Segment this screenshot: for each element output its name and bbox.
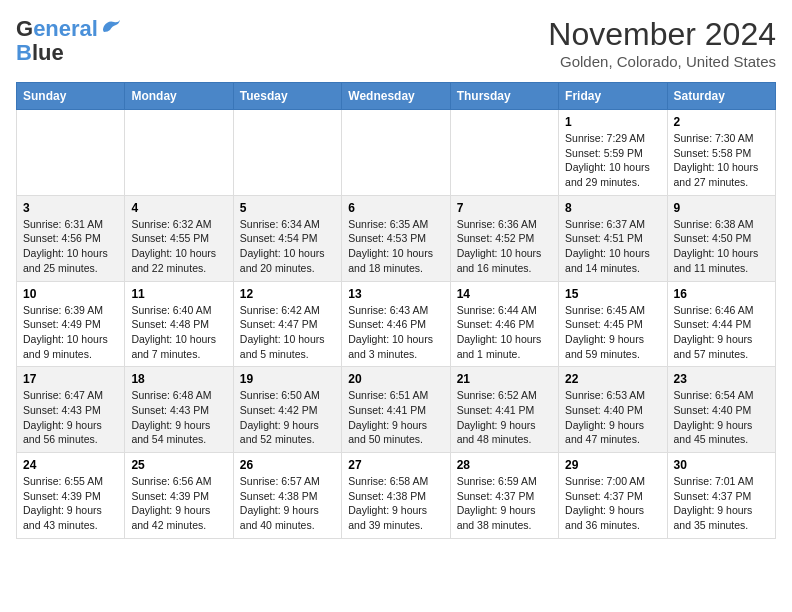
- calendar-cell: 29Sunrise: 7:00 AM Sunset: 4:37 PM Dayli…: [559, 453, 667, 539]
- day-info: Sunrise: 6:45 AM Sunset: 4:45 PM Dayligh…: [565, 303, 660, 362]
- calendar-cell: 15Sunrise: 6:45 AM Sunset: 4:45 PM Dayli…: [559, 281, 667, 367]
- day-info: Sunrise: 6:42 AM Sunset: 4:47 PM Dayligh…: [240, 303, 335, 362]
- day-info: Sunrise: 6:37 AM Sunset: 4:51 PM Dayligh…: [565, 217, 660, 276]
- weekday-header-thursday: Thursday: [450, 83, 558, 110]
- day-number: 14: [457, 287, 552, 301]
- day-number: 27: [348, 458, 443, 472]
- day-number: 23: [674, 372, 769, 386]
- page-header: G eneral B lue November 2024 Golden, Col…: [16, 16, 776, 70]
- calendar-cell: 22Sunrise: 6:53 AM Sunset: 4:40 PM Dayli…: [559, 367, 667, 453]
- day-number: 19: [240, 372, 335, 386]
- calendar-table: SundayMondayTuesdayWednesdayThursdayFrid…: [16, 82, 776, 539]
- day-info: Sunrise: 6:50 AM Sunset: 4:42 PM Dayligh…: [240, 388, 335, 447]
- logo-general-eneral: eneral: [33, 16, 98, 42]
- calendar-cell: 23Sunrise: 6:54 AM Sunset: 4:40 PM Dayli…: [667, 367, 775, 453]
- calendar-cell: 14Sunrise: 6:44 AM Sunset: 4:46 PM Dayli…: [450, 281, 558, 367]
- day-number: 12: [240, 287, 335, 301]
- calendar-cell: 20Sunrise: 6:51 AM Sunset: 4:41 PM Dayli…: [342, 367, 450, 453]
- day-info: Sunrise: 6:40 AM Sunset: 4:48 PM Dayligh…: [131, 303, 226, 362]
- day-info: Sunrise: 6:59 AM Sunset: 4:37 PM Dayligh…: [457, 474, 552, 533]
- calendar-cell: 6Sunrise: 6:35 AM Sunset: 4:53 PM Daylig…: [342, 195, 450, 281]
- day-number: 3: [23, 201, 118, 215]
- calendar-cell: [125, 110, 233, 196]
- day-info: Sunrise: 7:01 AM Sunset: 4:37 PM Dayligh…: [674, 474, 769, 533]
- day-number: 16: [674, 287, 769, 301]
- day-number: 5: [240, 201, 335, 215]
- day-info: Sunrise: 6:36 AM Sunset: 4:52 PM Dayligh…: [457, 217, 552, 276]
- day-number: 7: [457, 201, 552, 215]
- day-info: Sunrise: 6:32 AM Sunset: 4:55 PM Dayligh…: [131, 217, 226, 276]
- calendar-cell: 3Sunrise: 6:31 AM Sunset: 4:56 PM Daylig…: [17, 195, 125, 281]
- calendar-week-5: 24Sunrise: 6:55 AM Sunset: 4:39 PM Dayli…: [17, 453, 776, 539]
- day-number: 26: [240, 458, 335, 472]
- day-info: Sunrise: 6:47 AM Sunset: 4:43 PM Dayligh…: [23, 388, 118, 447]
- calendar-cell: [17, 110, 125, 196]
- weekday-header-tuesday: Tuesday: [233, 83, 341, 110]
- calendar-header: SundayMondayTuesdayWednesdayThursdayFrid…: [17, 83, 776, 110]
- day-number: 1: [565, 115, 660, 129]
- calendar-cell: 25Sunrise: 6:56 AM Sunset: 4:39 PM Dayli…: [125, 453, 233, 539]
- day-number: 10: [23, 287, 118, 301]
- calendar-cell: [342, 110, 450, 196]
- day-info: Sunrise: 6:31 AM Sunset: 4:56 PM Dayligh…: [23, 217, 118, 276]
- day-info: Sunrise: 7:29 AM Sunset: 5:59 PM Dayligh…: [565, 131, 660, 190]
- day-info: Sunrise: 6:43 AM Sunset: 4:46 PM Dayligh…: [348, 303, 443, 362]
- day-info: Sunrise: 6:51 AM Sunset: 4:41 PM Dayligh…: [348, 388, 443, 447]
- weekday-header-monday: Monday: [125, 83, 233, 110]
- weekday-header-friday: Friday: [559, 83, 667, 110]
- calendar-cell: [233, 110, 341, 196]
- day-number: 4: [131, 201, 226, 215]
- day-info: Sunrise: 6:53 AM Sunset: 4:40 PM Dayligh…: [565, 388, 660, 447]
- logo-general-g: G: [16, 16, 33, 42]
- logo-blue-lue: lue: [32, 40, 64, 66]
- day-number: 30: [674, 458, 769, 472]
- calendar-cell: 1Sunrise: 7:29 AM Sunset: 5:59 PM Daylig…: [559, 110, 667, 196]
- day-number: 21: [457, 372, 552, 386]
- day-info: Sunrise: 6:58 AM Sunset: 4:38 PM Dayligh…: [348, 474, 443, 533]
- calendar-cell: 12Sunrise: 6:42 AM Sunset: 4:47 PM Dayli…: [233, 281, 341, 367]
- day-info: Sunrise: 6:57 AM Sunset: 4:38 PM Dayligh…: [240, 474, 335, 533]
- day-info: Sunrise: 6:56 AM Sunset: 4:39 PM Dayligh…: [131, 474, 226, 533]
- day-info: Sunrise: 6:55 AM Sunset: 4:39 PM Dayligh…: [23, 474, 118, 533]
- weekday-header-wednesday: Wednesday: [342, 83, 450, 110]
- calendar-week-3: 10Sunrise: 6:39 AM Sunset: 4:49 PM Dayli…: [17, 281, 776, 367]
- logo-blue-b: B: [16, 40, 32, 66]
- day-number: 8: [565, 201, 660, 215]
- calendar-cell: 18Sunrise: 6:48 AM Sunset: 4:43 PM Dayli…: [125, 367, 233, 453]
- calendar-cell: 24Sunrise: 6:55 AM Sunset: 4:39 PM Dayli…: [17, 453, 125, 539]
- calendar-week-1: 1Sunrise: 7:29 AM Sunset: 5:59 PM Daylig…: [17, 110, 776, 196]
- calendar-cell: 7Sunrise: 6:36 AM Sunset: 4:52 PM Daylig…: [450, 195, 558, 281]
- day-info: Sunrise: 7:00 AM Sunset: 4:37 PM Dayligh…: [565, 474, 660, 533]
- weekday-row: SundayMondayTuesdayWednesdayThursdayFrid…: [17, 83, 776, 110]
- day-info: Sunrise: 6:52 AM Sunset: 4:41 PM Dayligh…: [457, 388, 552, 447]
- calendar-cell: 8Sunrise: 6:37 AM Sunset: 4:51 PM Daylig…: [559, 195, 667, 281]
- day-number: 28: [457, 458, 552, 472]
- calendar-cell: 28Sunrise: 6:59 AM Sunset: 4:37 PM Dayli…: [450, 453, 558, 539]
- calendar-cell: 13Sunrise: 6:43 AM Sunset: 4:46 PM Dayli…: [342, 281, 450, 367]
- day-info: Sunrise: 6:39 AM Sunset: 4:49 PM Dayligh…: [23, 303, 118, 362]
- day-number: 6: [348, 201, 443, 215]
- day-number: 24: [23, 458, 118, 472]
- calendar-week-4: 17Sunrise: 6:47 AM Sunset: 4:43 PM Dayli…: [17, 367, 776, 453]
- calendar-cell: 21Sunrise: 6:52 AM Sunset: 4:41 PM Dayli…: [450, 367, 558, 453]
- location-subtitle: Golden, Colorado, United States: [548, 53, 776, 70]
- day-info: Sunrise: 6:35 AM Sunset: 4:53 PM Dayligh…: [348, 217, 443, 276]
- calendar-cell: [450, 110, 558, 196]
- day-number: 22: [565, 372, 660, 386]
- calendar-cell: 16Sunrise: 6:46 AM Sunset: 4:44 PM Dayli…: [667, 281, 775, 367]
- month-title: November 2024: [548, 16, 776, 53]
- calendar-cell: 10Sunrise: 6:39 AM Sunset: 4:49 PM Dayli…: [17, 281, 125, 367]
- day-info: Sunrise: 6:34 AM Sunset: 4:54 PM Dayligh…: [240, 217, 335, 276]
- day-number: 17: [23, 372, 118, 386]
- day-info: Sunrise: 6:54 AM Sunset: 4:40 PM Dayligh…: [674, 388, 769, 447]
- weekday-header-saturday: Saturday: [667, 83, 775, 110]
- day-info: Sunrise: 7:30 AM Sunset: 5:58 PM Dayligh…: [674, 131, 769, 190]
- calendar-cell: 17Sunrise: 6:47 AM Sunset: 4:43 PM Dayli…: [17, 367, 125, 453]
- calendar-body: 1Sunrise: 7:29 AM Sunset: 5:59 PM Daylig…: [17, 110, 776, 539]
- day-number: 25: [131, 458, 226, 472]
- day-number: 2: [674, 115, 769, 129]
- calendar-cell: 26Sunrise: 6:57 AM Sunset: 4:38 PM Dayli…: [233, 453, 341, 539]
- day-number: 9: [674, 201, 769, 215]
- calendar-cell: 2Sunrise: 7:30 AM Sunset: 5:58 PM Daylig…: [667, 110, 775, 196]
- day-info: Sunrise: 6:46 AM Sunset: 4:44 PM Dayligh…: [674, 303, 769, 362]
